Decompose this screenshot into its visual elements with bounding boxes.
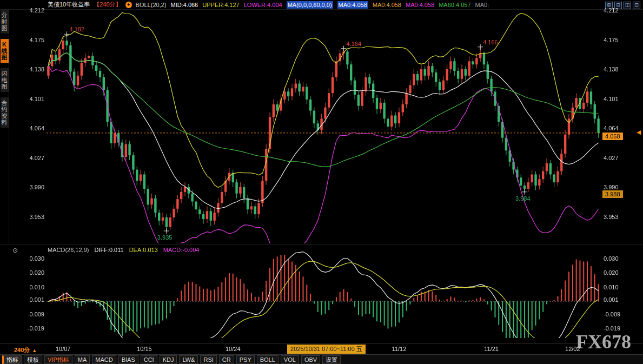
toolbar-item[interactable]: MACD (92, 355, 116, 364)
price-axis-label: 4.101 (21, 96, 44, 103)
toolbar-item[interactable]: LW& (179, 355, 198, 364)
toolbar-item[interactable]: 设置 (322, 355, 341, 364)
macd-chart-canvas[interactable] (47, 246, 600, 338)
date-tick: 11/21 (475, 346, 508, 352)
indicator-values: BOLL(20,2)MID:4.066UPPER:4.127LOWER:4.00… (136, 1, 489, 9)
toolbar-item[interactable]: PSY (236, 355, 255, 364)
toolbar-item[interactable]: 模板 (24, 355, 42, 364)
indicator-value: BOLL(20,2) (136, 1, 167, 9)
grid-layout-icon[interactable]: ⊞ (605, 2, 613, 9)
sidebar-tab[interactable]: 闪电图 (1, 68, 9, 92)
indicator-value: MID:4.066 (170, 1, 198, 9)
panel-divider (0, 244, 643, 244)
price-axis-label: 4.101 (604, 96, 629, 103)
macd-value: MACD(26,12,9) (48, 247, 89, 253)
sidebar-tab[interactable]: 分时图 (1, 10, 9, 34)
macd-axis-label: 0.010 (21, 284, 44, 291)
toolbar-item[interactable]: CCI (141, 355, 157, 364)
date-tick: 11/12 (383, 346, 415, 352)
period-label-text: 240分 (14, 347, 30, 353)
current-price-badge: 4.058 (602, 133, 623, 140)
sidebar-tab[interactable]: K线图 (1, 39, 9, 63)
header-divider (0, 9, 643, 10)
price-axis-label: 3.990 (21, 184, 44, 191)
toolbar-item[interactable]: RSI (200, 355, 216, 364)
price-chart-canvas[interactable] (47, 10, 600, 243)
maximize-layout-icon[interactable]: ⊡ (633, 2, 640, 9)
chart-title: 美债10年收益率 (48, 1, 90, 9)
indicator-value: MA60:4.057 (439, 1, 470, 9)
date-row-divider (0, 343, 643, 344)
price-axis-label: 4.027 (21, 155, 44, 162)
indicator-value: MA0:4.058 (373, 1, 401, 9)
indicator-value: LOWER:4.004 (244, 1, 282, 9)
toolbar-item[interactable]: BIAS (118, 355, 138, 364)
header-bar: 美债10年收益率 【240分】 + BOLL(20,2)MID:4.066UPP… (0, 0, 643, 9)
toolbar-item[interactable]: MA (75, 355, 90, 364)
tile-layout-icon[interactable]: ⊟ (614, 2, 622, 9)
macd-axis-label: 0.030 (21, 255, 44, 262)
split-layout-icon[interactable]: ◫ (624, 2, 631, 9)
macd-axis-label: -0.019 (21, 325, 44, 332)
price-axis-label: 4.064 (604, 125, 629, 132)
price-axis-label: 4.138 (21, 66, 44, 73)
price-axis-label: 4.175 (604, 37, 629, 44)
toolbar-item[interactable]: VIP指标 (44, 355, 72, 364)
macd-axis-label: -0.009 (604, 311, 629, 318)
macd-value: MACD:-0.004 (163, 247, 200, 253)
price-axis-label: 4.138 (604, 66, 629, 73)
macd-value: DEA:0.013 (129, 247, 158, 253)
period-button[interactable]: 240分▲ (14, 346, 37, 354)
target-icon[interactable]: ⊙ (12, 247, 18, 254)
toolbar-item[interactable]: BOLL (257, 355, 279, 364)
indicator-value: MA0: (475, 1, 489, 9)
macd-axis-label: 0.010 (604, 284, 629, 291)
period-tag[interactable]: 【240分】 (94, 1, 121, 9)
add-indicator-icon[interactable]: + (125, 2, 132, 8)
toolbar-item[interactable]: 指标 (2, 355, 22, 364)
date-tick: 10/07 (47, 346, 79, 352)
indicator-value: MA0:4.058 (337, 1, 368, 9)
watermark: FX678 (576, 330, 631, 353)
indicator-value: MA0:4.058 (406, 1, 434, 9)
price-axis-label: 4.175 (21, 37, 44, 44)
macd-axis-label: -0.009 (21, 311, 44, 318)
sidebar: 分时图K线图闪电图合约资料 (0, 10, 9, 128)
price-pointer-icon: ◀ (637, 129, 641, 136)
marked-price-badge: 3.988 (602, 190, 623, 198)
crosshair-date-label: 2025/10/31 07:00~11:00 五 (287, 345, 366, 354)
indicator-value: MA(0,0,0,60,0,0) (287, 1, 333, 9)
price-axis-label: 3.953 (21, 214, 44, 221)
macd-axis-label: 0.020 (21, 269, 44, 276)
price-axis-label: 3.953 (604, 214, 629, 221)
price-axis-label: 4.027 (604, 155, 629, 162)
date-tick: 10/15 (128, 346, 161, 352)
indicator-value: UPPER:4.127 (202, 1, 239, 9)
macd-header: MACD(26,12,9)DIFF:0.011DEA:0.013MACD:-0.… (48, 247, 199, 253)
sidebar-tab[interactable]: 合约资料 (1, 97, 9, 128)
window-layout-icons: ⊞⊟◫⊡ (605, 2, 640, 9)
bottom-toolbar: 指标模板VIP指标MAMACDBIASCCIKDJLW&RSICRPSYBOLL… (0, 354, 643, 364)
toolbar-item[interactable]: VOL (281, 355, 299, 364)
price-axis-label: 4.064 (21, 125, 44, 132)
period-up-arrow-icon: ▲ (32, 348, 37, 353)
macd-axis-label: 0.001 (604, 296, 629, 303)
macd-axis-label: 0.030 (604, 255, 629, 262)
price-axis-label: 3.990 (604, 184, 629, 191)
macd-axis-label: 0.001 (21, 296, 44, 303)
sidebar-divider (9, 10, 9, 244)
macd-value: DIFF:0.011 (94, 247, 123, 253)
date-tick: 10/24 (217, 346, 249, 352)
toolbar-item[interactable]: OBV (301, 355, 320, 364)
toolbar-item[interactable]: CR (219, 355, 234, 364)
macd-axis-label: 0.020 (604, 269, 629, 276)
toolbar-item[interactable]: KDJ (160, 355, 177, 364)
